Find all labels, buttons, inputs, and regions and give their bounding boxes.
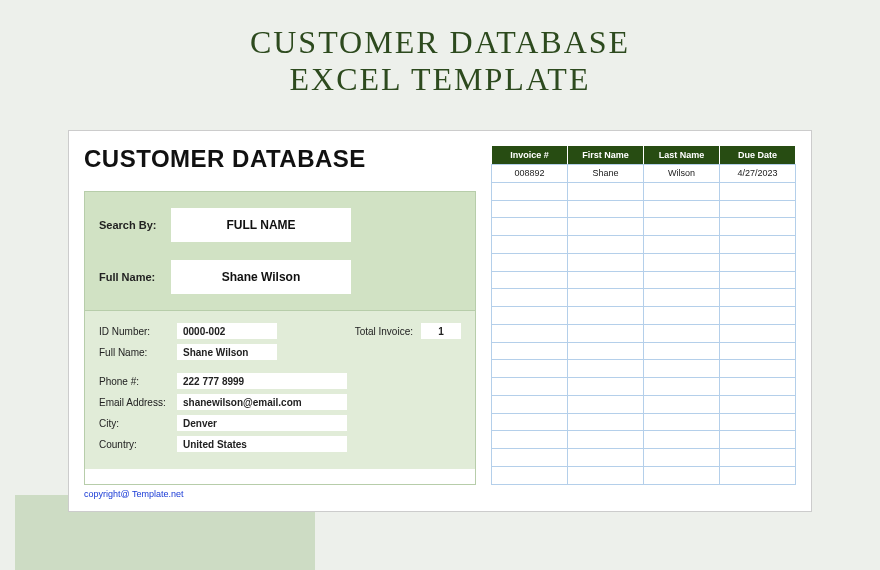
table-cell[interactable] <box>492 449 568 467</box>
table-cell[interactable] <box>644 253 720 271</box>
table-cell[interactable] <box>492 467 568 485</box>
table-cell[interactable] <box>568 307 644 325</box>
fullname-detail-value[interactable]: Shane Wilson <box>177 344 277 360</box>
table-cell[interactable] <box>568 378 644 396</box>
table-cell[interactable] <box>720 395 796 413</box>
table-cell[interactable] <box>492 289 568 307</box>
table-row[interactable] <box>492 271 796 289</box>
table-cell[interactable] <box>492 324 568 342</box>
table-cell[interactable] <box>492 236 568 254</box>
total-invoice-value[interactable]: 1 <box>421 323 461 339</box>
table-row[interactable] <box>492 200 796 218</box>
table-cell[interactable] <box>492 431 568 449</box>
table-row[interactable]: 008892ShaneWilson4/27/2023 <box>492 165 796 183</box>
table-cell[interactable] <box>568 395 644 413</box>
id-value[interactable]: 0000-002 <box>177 323 277 339</box>
table-cell[interactable] <box>492 218 568 236</box>
table-cell[interactable] <box>568 467 644 485</box>
table-cell[interactable] <box>492 360 568 378</box>
table-row[interactable] <box>492 360 796 378</box>
table-row[interactable] <box>492 253 796 271</box>
table-cell[interactable] <box>720 218 796 236</box>
table-cell[interactable] <box>644 413 720 431</box>
table-cell[interactable] <box>492 342 568 360</box>
table-row[interactable] <box>492 413 796 431</box>
table-cell[interactable] <box>644 378 720 396</box>
search-by-field[interactable]: FULL NAME <box>171 208 351 242</box>
table-cell[interactable] <box>644 307 720 325</box>
table-cell[interactable] <box>492 253 568 271</box>
table-cell[interactable] <box>720 449 796 467</box>
table-cell[interactable] <box>568 342 644 360</box>
phone-value[interactable]: 222 777 8999 <box>177 373 347 389</box>
table-row[interactable] <box>492 218 796 236</box>
table-cell[interactable] <box>644 449 720 467</box>
table-row[interactable] <box>492 378 796 396</box>
table-cell[interactable] <box>644 200 720 218</box>
city-value[interactable]: Denver <box>177 415 347 431</box>
table-cell[interactable] <box>568 360 644 378</box>
table-row[interactable] <box>492 324 796 342</box>
table-row[interactable] <box>492 307 796 325</box>
table-cell[interactable]: 4/27/2023 <box>720 165 796 183</box>
table-cell[interactable] <box>720 182 796 200</box>
table-cell[interactable] <box>720 253 796 271</box>
table-cell[interactable] <box>568 324 644 342</box>
table-cell[interactable]: Wilson <box>644 165 720 183</box>
table-cell[interactable] <box>644 182 720 200</box>
table-cell[interactable] <box>644 360 720 378</box>
table-cell[interactable]: 008892 <box>492 165 568 183</box>
table-row[interactable] <box>492 467 796 485</box>
table-cell[interactable] <box>568 431 644 449</box>
table-cell[interactable] <box>492 200 568 218</box>
table-cell[interactable] <box>720 467 796 485</box>
table-cell[interactable] <box>720 307 796 325</box>
table-cell[interactable] <box>568 413 644 431</box>
copyright-link[interactable]: copyright@ Template.net <box>84 489 796 499</box>
table-cell[interactable] <box>720 200 796 218</box>
table-cell[interactable] <box>568 449 644 467</box>
table-cell[interactable] <box>720 342 796 360</box>
table-cell[interactable] <box>644 342 720 360</box>
table-cell[interactable] <box>568 200 644 218</box>
table-cell[interactable] <box>568 289 644 307</box>
table-cell[interactable] <box>492 395 568 413</box>
table-cell[interactable] <box>568 182 644 200</box>
table-cell[interactable] <box>644 467 720 485</box>
table-cell[interactable] <box>492 307 568 325</box>
table-cell[interactable] <box>644 324 720 342</box>
table-cell[interactable] <box>720 431 796 449</box>
table-cell[interactable] <box>568 218 644 236</box>
table-row[interactable] <box>492 342 796 360</box>
table-cell[interactable] <box>720 378 796 396</box>
table-cell[interactable] <box>720 360 796 378</box>
table-cell[interactable] <box>568 236 644 254</box>
table-cell[interactable] <box>720 236 796 254</box>
table-row[interactable] <box>492 431 796 449</box>
table-cell[interactable] <box>492 378 568 396</box>
table-row[interactable] <box>492 449 796 467</box>
table-cell[interactable] <box>720 289 796 307</box>
table-cell[interactable] <box>644 395 720 413</box>
table-cell[interactable] <box>568 271 644 289</box>
table-cell[interactable]: Shane <box>568 165 644 183</box>
email-value[interactable]: shanewilson@email.com <box>177 394 347 410</box>
table-cell[interactable] <box>492 271 568 289</box>
table-cell[interactable] <box>720 413 796 431</box>
table-row[interactable] <box>492 395 796 413</box>
table-cell[interactable] <box>492 182 568 200</box>
table-cell[interactable] <box>720 324 796 342</box>
table-cell[interactable] <box>568 253 644 271</box>
fullname-field[interactable]: Shane Wilson <box>171 260 351 294</box>
table-cell[interactable] <box>644 431 720 449</box>
table-cell[interactable] <box>644 218 720 236</box>
country-value[interactable]: United States <box>177 436 347 452</box>
table-cell[interactable] <box>720 271 796 289</box>
table-cell[interactable] <box>644 289 720 307</box>
table-row[interactable] <box>492 289 796 307</box>
table-row[interactable] <box>492 236 796 254</box>
table-cell[interactable] <box>492 413 568 431</box>
table-cell[interactable] <box>644 236 720 254</box>
table-cell[interactable] <box>644 271 720 289</box>
table-row[interactable] <box>492 182 796 200</box>
